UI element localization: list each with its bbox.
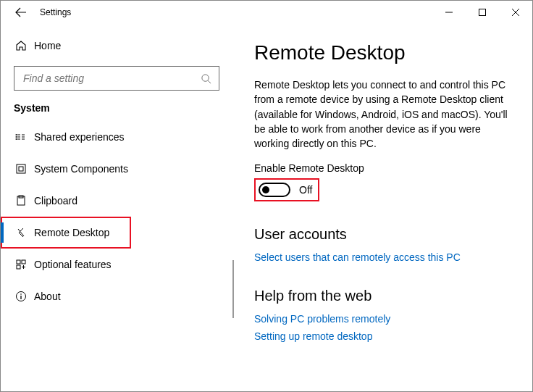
svg-point-2 [16,134,17,135]
sidebar-item-system-components[interactable]: System Components [1,153,232,185]
sidebar-home[interactable]: Home [1,30,232,62]
home-icon [15,40,34,51]
content-pane: Remote Desktop Remote Desktop lets you c… [232,24,532,391]
help-heading: Help from the web [254,288,512,304]
minimize-icon [445,9,453,16]
back-button[interactable] [7,1,35,24]
svg-rect-9 [17,260,20,264]
sidebar-item-label: Remote Desktop [34,227,109,238]
svg-rect-11 [17,265,20,269]
toggle-label: Enable Remote Desktop [254,162,512,174]
remote-desktop-icon [15,227,34,238]
page-title: Remote Desktop [254,41,512,64]
about-icon [15,291,34,302]
sidebar-item-shared-experiences[interactable]: Shared experiences [1,121,232,153]
svg-point-13 [20,293,22,295]
sidebar-item-label: Optional features [34,259,112,270]
svg-rect-10 [22,260,25,264]
search-icon [201,73,211,84]
sidebar-home-label: Home [34,40,61,51]
system-components-icon [15,163,34,175]
svg-point-1 [202,74,209,80]
svg-point-4 [16,138,17,140]
svg-rect-0 [479,9,486,16]
sidebar-nav: Shared experiences System Components Cli… [1,121,232,312]
sidebar-item-remote-desktop[interactable]: Remote Desktop [1,217,131,249]
remote-desktop-toggle[interactable] [259,183,290,197]
help-link-solving[interactable]: Solving PC problems remotely [254,313,512,325]
titlebar: Settings [1,1,532,24]
arrow-left-icon [15,7,27,18]
sidebar-section-label: System [1,99,232,121]
maximize-icon [479,9,486,16]
window-title: Settings [40,7,71,17]
clipboard-icon [15,195,34,207]
sidebar-item-clipboard[interactable]: Clipboard [1,185,232,217]
page-description: Remote Desktop lets you connect to and c… [254,78,512,151]
sidebar-item-label: Shared experiences [34,131,125,143]
sidebar-item-optional-features[interactable]: Optional features [1,249,232,280]
toggle-highlight-box: Off [254,178,319,201]
sidebar: Home System Shared experiences System Co… [1,24,232,391]
scrollbar-thumb[interactable] [232,260,234,318]
search-box[interactable] [14,66,219,91]
svg-rect-5 [17,164,25,173]
optional-features-icon [15,259,34,270]
maximize-button[interactable] [466,1,499,24]
close-button[interactable] [499,1,532,24]
sidebar-item-about[interactable]: About [1,280,232,312]
svg-point-3 [16,136,17,138]
shared-experiences-icon [15,131,34,143]
help-link-setup[interactable]: Setting up remote desktop [254,330,512,342]
search-input[interactable] [22,72,201,85]
close-icon [512,9,519,16]
content-divider [232,28,233,391]
sidebar-item-label: System Components [34,163,128,175]
sidebar-item-label: About [34,291,61,302]
sidebar-item-label: Clipboard [34,195,77,207]
toggle-state-text: Off [299,184,312,196]
select-users-link[interactable]: Select users that can remotely access th… [254,251,512,263]
minimize-button[interactable] [432,1,466,24]
toggle-knob [262,186,269,193]
svg-rect-6 [19,167,23,171]
user-accounts-heading: User accounts [254,226,512,243]
